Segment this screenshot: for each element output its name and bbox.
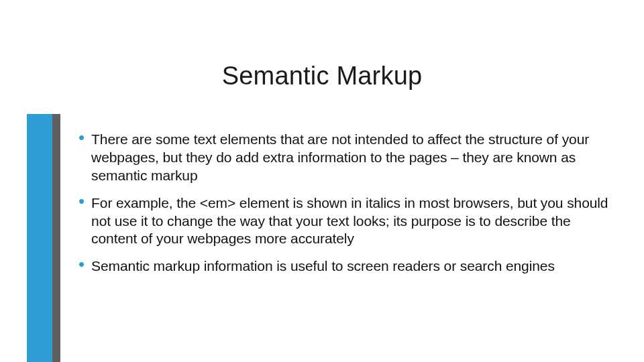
bullet-text: For example, the <em> element is shown i… — [91, 194, 614, 249]
slide-body: • There are some text elements that are … — [91, 131, 614, 285]
bullet-item: • There are some text elements that are … — [91, 131, 614, 185]
accent-stripe-blue — [27, 114, 52, 362]
bullet-icon: • — [78, 131, 85, 144]
bullet-item: • Semantic markup information is useful … — [91, 257, 614, 276]
bullet-text: Semantic markup information is useful to… — [91, 257, 555, 276]
bullet-icon: • — [78, 257, 85, 271]
slide: Semantic Markup • There are some text el… — [0, 0, 644, 362]
bullet-icon: • — [78, 194, 85, 208]
bullet-text: There are some text elements that are no… — [91, 131, 614, 185]
bullet-item: • For example, the <em> element is shown… — [91, 194, 614, 249]
slide-title: Semantic Markup — [0, 62, 644, 90]
accent-stripe-gray — [52, 114, 60, 362]
